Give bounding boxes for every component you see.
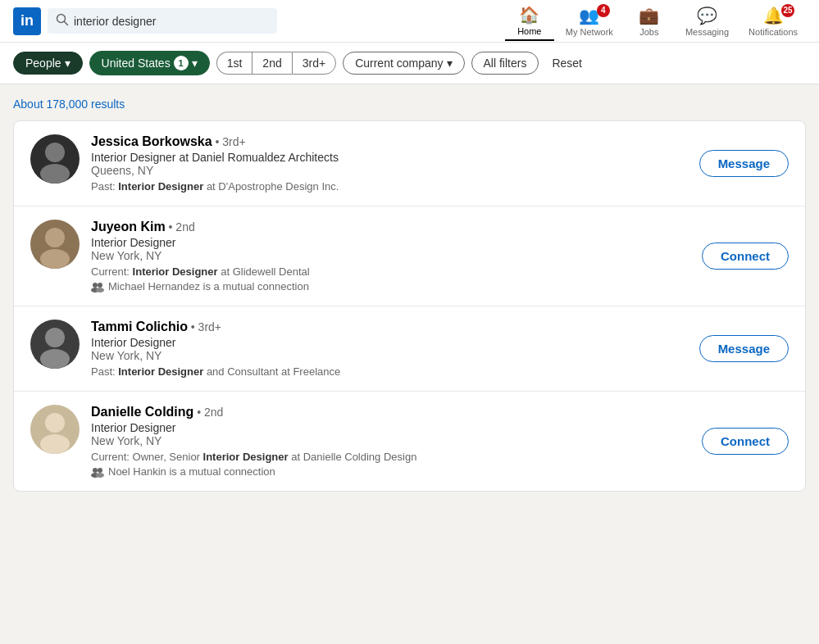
person-title: Interior Designer at Daniel Romualdez Ar… [91, 151, 688, 164]
nav-item-my-network[interactable]: 👥 4 My Network [557, 2, 621, 40]
person-name-line: Danielle Colding • 2nd [91, 405, 690, 420]
person-meta-past: Past: Interior Designer and Consultant a… [91, 365, 688, 378]
person-info: Danielle Colding • 2nd Interior Designer… [91, 405, 690, 478]
person-name[interactable]: Danielle Colding [91, 405, 193, 419]
svg-point-17 [96, 473, 104, 478]
current-company-filter-button[interactable]: Current company ▾ [343, 52, 464, 75]
svg-point-13 [40, 434, 70, 454]
mutual-connection: Noel Hankin is a mutual connection [91, 465, 690, 478]
person-title: Interior Designer [91, 421, 690, 434]
message-button[interactable]: Message [699, 150, 789, 177]
degree-filters: 1st 2nd 3rd+ [216, 52, 336, 75]
person-location: New York, NY [91, 434, 690, 447]
all-filters-button[interactable]: All filters [471, 52, 539, 75]
nav-item-jobs[interactable]: 💼 Jobs [625, 2, 674, 40]
avatar[interactable] [30, 134, 80, 184]
person-info: Juyeon Kim • 2nd Interior Designer New Y… [91, 220, 690, 293]
people-filter-button[interactable]: People ▾ [13, 52, 83, 75]
jobs-icon: 💼 [639, 6, 659, 25]
results-count: About 178,000 results [13, 98, 806, 111]
person-info: Jessica Borkowska • 3rd+ Interior Design… [91, 134, 688, 193]
results-card: Jessica Borkowska • 3rd+ Interior Design… [13, 120, 806, 492]
svg-line-1 [65, 22, 68, 25]
degree-1st-button[interactable]: 1st [216, 52, 253, 75]
location-badge: 1 [174, 56, 189, 70]
avatar[interactable] [30, 220, 80, 269]
person-title: Interior Designer [91, 236, 690, 249]
person-meta-current: Current: Owner, Senior Interior Designer… [91, 451, 690, 463]
svg-point-14 [93, 468, 98, 473]
svg-point-9 [96, 288, 104, 293]
chevron-down-icon: ▾ [447, 57, 453, 70]
person-location: Queens, NY [91, 164, 688, 177]
location-filter-button[interactable]: United States 1 ▾ [89, 51, 210, 75]
person-degree: • 2nd [169, 220, 195, 234]
person-name-line: Juyeon Kim • 2nd [91, 220, 690, 234]
person-name-line: Tammi Colichio • 3rd+ [91, 320, 688, 334]
svg-point-10 [45, 328, 65, 347]
svg-point-12 [45, 413, 65, 433]
svg-point-7 [98, 283, 102, 288]
header: in 🏠 Home 👥 4 My Network 💼 [0, 0, 819, 43]
svg-point-6 [93, 283, 98, 288]
connect-button[interactable]: Connect [702, 243, 789, 270]
chevron-down-icon: ▾ [192, 57, 198, 70]
nav-item-home[interactable]: 🏠 Home [505, 2, 554, 41]
person-name[interactable]: Juyeon Kim [91, 220, 166, 234]
linkedin-logo[interactable]: in [13, 7, 41, 35]
notifications-badge: 25 [781, 4, 794, 17]
person-row: Jessica Borkowska • 3rd+ Interior Design… [14, 121, 805, 206]
svg-point-2 [45, 143, 65, 162]
degree-2nd-button[interactable]: 2nd [252, 52, 291, 75]
chevron-down-icon: ▾ [65, 57, 71, 70]
person-degree: • 3rd+ [216, 135, 246, 148]
search-input[interactable] [74, 15, 238, 28]
person-location: New York, NY [91, 249, 690, 262]
person-name-line: Jessica Borkowska • 3rd+ [91, 134, 688, 149]
person-row: Tammi Colichio • 3rd+ Interior Designer … [14, 306, 805, 392]
avatar[interactable] [30, 405, 80, 454]
person-row: Juyeon Kim • 2nd Interior Designer New Y… [14, 206, 805, 306]
svg-point-5 [40, 249, 70, 269]
person-name[interactable]: Tammi Colichio [91, 320, 188, 333]
avatar[interactable] [30, 320, 80, 369]
person-degree: • 3rd+ [191, 320, 221, 333]
person-title: Interior Designer [91, 336, 688, 349]
connect-button[interactable]: Connect [702, 428, 789, 455]
nav-bar: 🏠 Home 👥 4 My Network 💼 Jobs 💬 Messaging… [505, 2, 806, 41]
mutual-connection: Michael Hernandez is a mutual connection [91, 280, 690, 293]
person-row: Danielle Colding • 2nd Interior Designer… [14, 392, 805, 491]
svg-point-11 [40, 349, 70, 369]
person-info: Tammi Colichio • 3rd+ Interior Designer … [91, 320, 688, 378]
messaging-icon: 💬 [697, 6, 717, 25]
person-degree: • 2nd [197, 406, 223, 419]
message-button[interactable]: Message [699, 335, 789, 362]
nav-item-messaging[interactable]: 💬 Messaging [677, 2, 737, 40]
person-meta-current: Current: Interior Designer at Glidewell … [91, 265, 690, 278]
reset-button[interactable]: Reset [545, 52, 589, 74]
svg-point-15 [98, 468, 102, 473]
search-bar [48, 8, 277, 34]
svg-point-4 [45, 228, 65, 247]
main-content: About 178,000 results Jessica Borkowska … [0, 84, 819, 505]
person-meta-past: Past: Interior Designer at D'Apostrophe … [91, 180, 688, 193]
degree-3rd-button[interactable]: 3rd+ [292, 52, 336, 75]
nav-item-notifications[interactable]: 🔔 25 Notifications [740, 2, 806, 40]
svg-point-3 [40, 164, 70, 184]
my-network-badge: 4 [597, 4, 610, 17]
search-icon [56, 13, 69, 29]
home-icon: 🏠 [519, 5, 539, 25]
notifications-icon: 🔔 [763, 6, 784, 25]
person-location: New York, NY [91, 349, 688, 362]
person-name[interactable]: Jessica Borkowska [91, 134, 212, 148]
filters-bar: People ▾ United States 1 ▾ 1st 2nd 3rd+ … [0, 43, 819, 84]
